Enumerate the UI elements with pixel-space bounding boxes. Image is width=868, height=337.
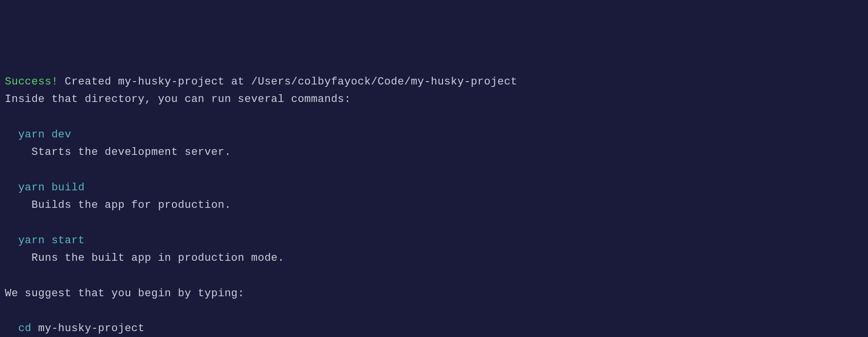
command-yarn-dev: yarn dev — [5, 129, 71, 141]
command-yarn-build: yarn build — [5, 182, 85, 194]
command-yarn-build-desc: Builds the app for production. — [5, 199, 231, 211]
cd-argument: my-husky-project — [32, 322, 145, 335]
success-label: Success! — [5, 76, 58, 88]
suggest-message: We suggest that you begin by typing: — [5, 287, 244, 300]
directory-info: Inside that directory, you can run sever… — [5, 93, 351, 105]
command-yarn-start: yarn start — [5, 235, 85, 247]
cd-command: cd — [5, 322, 32, 335]
created-message: Created my-husky-project at /Users/colby… — [58, 76, 517, 88]
terminal-output: Success! Created my-husky-project at /Us… — [5, 73, 863, 337]
command-yarn-start-desc: Runs the built app in production mode. — [5, 252, 285, 264]
command-yarn-dev-desc: Starts the development server. — [5, 146, 231, 158]
